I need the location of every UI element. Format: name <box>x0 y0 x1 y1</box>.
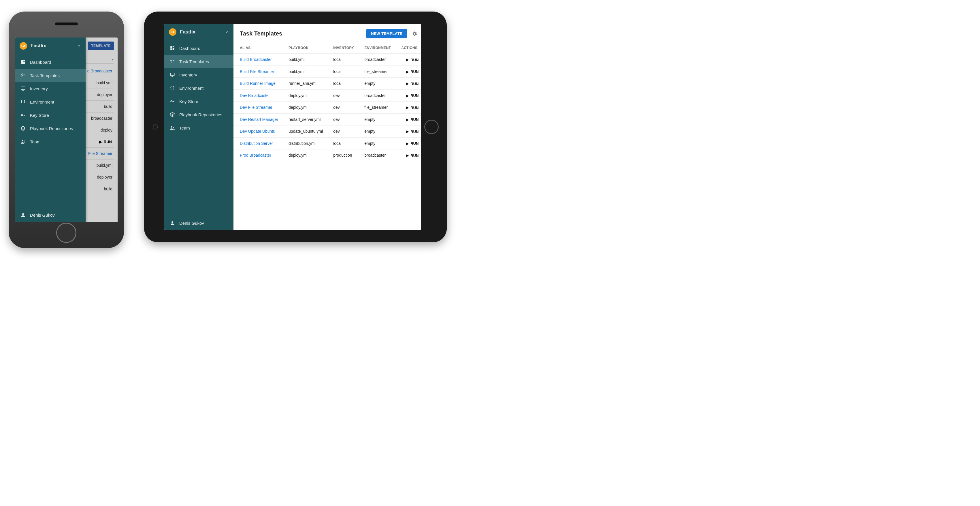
cell-inventory: production <box>327 149 358 161</box>
brand-row[interactable]: FA Fastlix <box>15 38 86 54</box>
cell-playbook: deploy.yml <box>282 102 327 114</box>
user-icon <box>20 212 26 217</box>
sidebar-item-dashboard[interactable]: Dashboard <box>164 42 234 55</box>
col-header-alias: ALIAS <box>234 42 282 54</box>
svg-point-8 <box>22 213 24 215</box>
sidebar-item-playbook-repositories[interactable]: Playbook Repositories <box>164 108 234 121</box>
checklist-icon <box>20 73 26 78</box>
svg-rect-1 <box>23 60 25 61</box>
sidebar-item-task-templates[interactable]: Task Templates <box>15 69 86 82</box>
table-row: Dev Restart Managerrestart_server.ymldev… <box>234 113 421 126</box>
run-button[interactable]: ▶RUN <box>406 153 418 158</box>
table-row: Distribution Serverdistribution.ymllocal… <box>234 137 421 149</box>
template-alias-link[interactable]: Distribution Server <box>240 141 273 146</box>
cell-inventory: local <box>327 137 358 149</box>
cell-playbook: runner_ami.yml <box>282 78 327 90</box>
chevron-down-icon[interactable] <box>225 30 229 34</box>
cell-environment: empty <box>358 126 395 137</box>
team-icon <box>20 139 26 144</box>
template-alias-link[interactable]: Dev File Streamer <box>240 105 272 110</box>
run-label: RUN <box>410 81 418 86</box>
svg-point-15 <box>171 126 173 128</box>
run-label: RUN <box>410 70 418 74</box>
template-alias-link[interactable]: Dev Update Ubuntu <box>240 129 275 134</box>
svg-rect-12 <box>170 48 172 50</box>
svg-rect-0 <box>21 60 23 62</box>
braces-icon <box>20 99 26 104</box>
run-button[interactable]: ▶RUN <box>406 105 418 110</box>
sidebar-item-key-store[interactable]: Key Store <box>164 95 234 108</box>
col-header-playbook: PLAYBOOK <box>282 42 327 54</box>
run-button[interactable]: ▶RUN <box>406 129 418 134</box>
run-button[interactable]: ▶RUN <box>406 70 418 74</box>
cell-environment: broadcaster <box>358 54 395 66</box>
template-alias-link[interactable]: Build Broadcaster <box>240 57 272 62</box>
svg-point-17 <box>172 221 173 223</box>
template-alias-link[interactable]: Build File Streamer <box>240 69 274 74</box>
template-alias-link[interactable]: Dev Restart Manager <box>240 117 278 122</box>
main-content: Task Templates NEW TEMPLATE ALIASPLAYBOO… <box>234 24 421 230</box>
sidebar-item-label: Inventory <box>30 86 48 91</box>
run-button[interactable]: ▶RUN <box>406 81 418 86</box>
cell-inventory: dev <box>327 113 358 126</box>
sidebar-item-environment[interactable]: Environment <box>164 81 234 95</box>
svg-rect-4 <box>21 87 25 89</box>
run-button[interactable]: ▶RUN <box>406 141 418 146</box>
cell-playbook: restart_server.yml <box>282 113 327 126</box>
run-button[interactable]: ▶RUN <box>406 117 418 122</box>
chevron-down-icon[interactable] <box>77 44 81 48</box>
cell-inventory: local <box>327 78 358 90</box>
sidebar-item-label: Dashboard <box>179 46 200 51</box>
run-button[interactable]: ▶RUN <box>406 93 418 98</box>
sidebar-item-label: Dashboard <box>30 60 51 65</box>
template-alias-link[interactable]: Prod Broadcaster <box>240 153 271 158</box>
sidebar-item-inventory[interactable]: Inventory <box>15 82 86 95</box>
sidebar-item-label: Key Store <box>30 113 49 118</box>
cell-environment: empty <box>358 78 395 90</box>
gear-icon[interactable] <box>410 30 418 38</box>
current-user-row[interactable]: Denis Gukov <box>15 208 86 222</box>
sidebar-item-playbook-repositories[interactable]: Playbook Repositories <box>15 122 86 135</box>
play-icon: ▶ <box>406 94 409 98</box>
cell-playbook: build.yml <box>282 54 327 66</box>
dashboard-icon <box>20 59 26 65</box>
brand-logo: FA <box>169 28 177 36</box>
cell-environment: empty <box>358 113 395 126</box>
sidebar-item-task-templates[interactable]: Task Templates <box>164 55 234 68</box>
tablet-device-frame: FA Fastlix DashboardTask TemplatesInvent… <box>144 11 447 242</box>
play-icon: ▶ <box>406 58 409 62</box>
repo-icon <box>20 126 26 131</box>
play-icon: ▶ <box>406 153 409 158</box>
play-icon: ▶ <box>406 81 409 86</box>
sidebar-item-inventory[interactable]: Inventory <box>164 68 234 81</box>
sidebar-item-team[interactable]: Team <box>15 135 86 148</box>
run-button[interactable]: ▶RUN <box>406 58 418 62</box>
run-label: RUN <box>410 153 418 158</box>
cell-playbook: build.yml <box>282 65 327 78</box>
sidebar-item-team[interactable]: Team <box>164 121 234 134</box>
current-user-row[interactable]: Denis Gukov <box>164 216 234 230</box>
col-header-inventory: INVENTORY <box>327 42 358 54</box>
checklist-icon <box>169 59 175 64</box>
template-alias-link[interactable]: Dev Broadcaster <box>240 93 270 98</box>
sidebar-item-key-store[interactable]: Key Store <box>15 109 86 122</box>
new-template-button[interactable]: NEW TEMPLATE <box>366 29 407 38</box>
col-header-actions: ACTIONS <box>395 42 421 54</box>
svg-rect-10 <box>173 46 174 47</box>
svg-point-7 <box>24 140 25 142</box>
sidebar-item-environment[interactable]: Environment <box>15 95 86 109</box>
cell-playbook: deploy.yml <box>282 149 327 161</box>
sidebar-item-dashboard[interactable]: Dashboard <box>15 55 86 69</box>
brand-name: Fastlix <box>30 43 73 49</box>
cell-inventory: local <box>327 65 358 78</box>
phone-nav-drawer: FA Fastlix DashboardTask TemplatesInvent… <box>15 38 86 222</box>
cell-inventory: dev <box>327 126 358 137</box>
play-icon: ▶ <box>406 118 409 122</box>
cell-playbook: distribution.yml <box>282 137 327 149</box>
template-alias-link[interactable]: Build Runner Image <box>240 81 275 86</box>
phone-device-frame: TEMPLATE ▾ d Broadcasterbuild.ymldeploye… <box>9 11 124 248</box>
svg-rect-13 <box>170 73 174 76</box>
svg-rect-9 <box>170 46 172 48</box>
brand-row[interactable]: FA Fastlix <box>164 24 234 40</box>
topbar: Task Templates NEW TEMPLATE <box>234 24 421 42</box>
